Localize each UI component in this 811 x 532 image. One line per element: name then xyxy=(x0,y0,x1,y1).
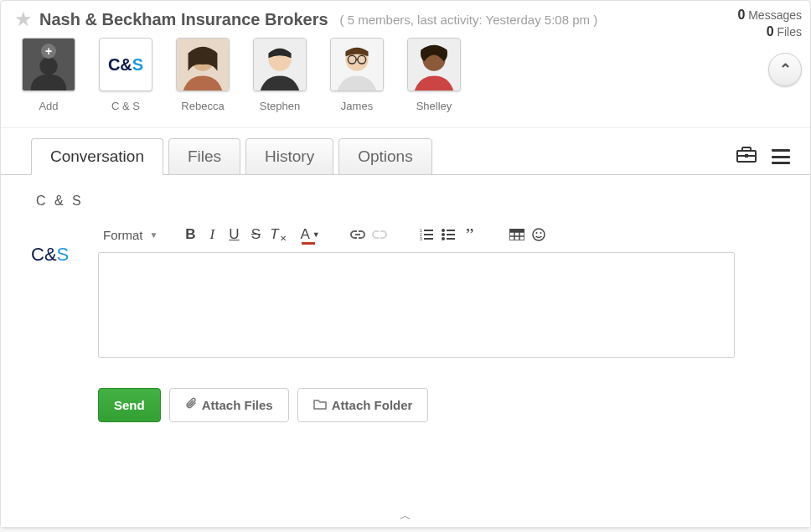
underline-button[interactable]: U xyxy=(225,225,243,244)
composer: C&S Format ▼ B I U S T✕ A▼ xyxy=(31,220,780,358)
bullet-list-button[interactable] xyxy=(439,225,457,244)
messages-count-line: 0 Messages xyxy=(718,8,802,23)
send-button[interactable]: Send xyxy=(98,388,161,422)
italic-button[interactable]: I xyxy=(203,225,221,244)
attach-folder-button[interactable]: Attach Folder xyxy=(297,388,429,422)
expand-down-button[interactable]: ︿ xyxy=(400,509,411,524)
svg-point-23 xyxy=(442,229,445,232)
tabs-row: Conversation Files History Options xyxy=(1,128,810,175)
group-meta: ( 5 members, last activity: Yesterday 5:… xyxy=(340,13,598,27)
unlink-button[interactable] xyxy=(370,225,389,244)
composer-avatar: C&S xyxy=(31,237,78,272)
member-stephen[interactable]: Stephen xyxy=(251,38,309,112)
member-name: Stephen xyxy=(260,100,300,112)
chevron-down-icon: ▼ xyxy=(150,230,158,240)
files-count: 0 xyxy=(767,24,774,39)
chevron-up-icon: ⌃ xyxy=(779,60,792,79)
svg-rect-18 xyxy=(424,230,433,231)
avatar xyxy=(330,38,384,91)
add-icon: + xyxy=(22,38,75,91)
link-button[interactable] xyxy=(349,225,367,244)
svg-rect-24 xyxy=(447,230,455,231)
svg-rect-28 xyxy=(447,238,455,240)
member-cs[interactable]: C&S C & S xyxy=(96,38,155,112)
svg-point-27 xyxy=(442,237,445,240)
files-label: Files xyxy=(777,25,802,39)
member-name: C & S xyxy=(111,100,140,112)
avatar xyxy=(176,38,230,91)
add-member-button[interactable]: + Add xyxy=(19,38,78,112)
files-count-line: 0 Files xyxy=(718,24,802,39)
group-header: ★ Nash & Beckham Insurance Brokers ( 5 m… xyxy=(1,1,810,128)
svg-rect-20 xyxy=(424,234,433,235)
emoji-button[interactable] xyxy=(529,225,548,244)
font-color-button[interactable]: A▼ xyxy=(300,225,319,244)
svg-point-35 xyxy=(533,229,545,240)
attach-files-button[interactable]: Attach Files xyxy=(169,388,289,422)
toolbox-icon[interactable] xyxy=(736,146,757,168)
editor-toolbar: Format ▼ B I U S T✕ A▼ xyxy=(98,220,780,252)
svg-rect-26 xyxy=(447,234,455,235)
member-name: Rebecca xyxy=(181,100,224,112)
avatar xyxy=(407,38,461,91)
editor: Format ▼ B I U S T✕ A▼ xyxy=(98,220,780,358)
svg-point-37 xyxy=(540,232,541,234)
composer-actions: Send Attach Files Attach Folder xyxy=(98,388,780,422)
message-input[interactable] xyxy=(98,252,735,358)
conversation-panel: C & S C&S Format ▼ B I U S T✕ A▼ xyxy=(1,175,810,527)
avatar xyxy=(253,38,307,91)
chevron-up-icon: ︿ xyxy=(400,509,411,522)
members-row: + Add C&S C & S Rebecca xyxy=(14,38,797,112)
clear-format-button[interactable]: T✕ xyxy=(268,225,287,244)
stats-panel: 0 Messages 0 Files ⌃ xyxy=(718,8,802,86)
messages-count: 0 xyxy=(737,8,745,22)
format-dropdown[interactable]: Format xyxy=(103,228,143,242)
tab-files[interactable]: Files xyxy=(168,138,240,175)
title-row: ★ Nash & Beckham Insurance Brokers ( 5 m… xyxy=(14,9,797,29)
app-shell: ★ Nash & Beckham Insurance Brokers ( 5 m… xyxy=(0,0,811,528)
avatar: C&S xyxy=(99,38,152,91)
bold-button[interactable]: B xyxy=(181,225,199,244)
attach-files-label: Attach Files xyxy=(202,398,273,412)
svg-rect-22 xyxy=(424,238,433,240)
tab-history[interactable]: History xyxy=(245,138,333,175)
tab-options[interactable]: Options xyxy=(338,138,431,175)
member-shelley[interactable]: Shelley xyxy=(405,38,463,112)
scroll-up-button[interactable]: ⌃ xyxy=(768,53,802,86)
composer-author-label: C & S xyxy=(36,194,780,209)
attach-folder-label: Attach Folder xyxy=(332,398,413,412)
svg-point-36 xyxy=(535,232,537,234)
tab-conversation[interactable]: Conversation xyxy=(31,138,163,175)
paperclip-icon xyxy=(185,397,197,413)
table-button[interactable] xyxy=(508,225,526,244)
folder-icon xyxy=(313,398,327,412)
ordered-list-button[interactable]: 123 xyxy=(417,225,436,244)
member-james[interactable]: James xyxy=(328,38,386,112)
messages-label: Messages xyxy=(748,8,802,22)
svg-point-25 xyxy=(442,233,445,236)
svg-rect-34 xyxy=(509,229,524,232)
member-name: Shelley xyxy=(416,100,452,112)
member-rebecca[interactable]: Rebecca xyxy=(173,38,232,112)
member-name: Add xyxy=(39,100,58,112)
menu-icon[interactable] xyxy=(772,149,790,164)
blockquote-button[interactable]: ” xyxy=(461,225,479,244)
group-title: Nash & Beckham Insurance Brokers xyxy=(39,10,328,29)
member-name: James xyxy=(341,100,373,112)
svg-rect-16 xyxy=(745,154,748,158)
svg-point-1 xyxy=(39,57,57,75)
strike-button[interactable]: S xyxy=(246,225,265,244)
star-icon[interactable]: ★ xyxy=(14,9,33,29)
svg-rect-14 xyxy=(742,147,751,151)
svg-text:3: 3 xyxy=(420,236,422,240)
